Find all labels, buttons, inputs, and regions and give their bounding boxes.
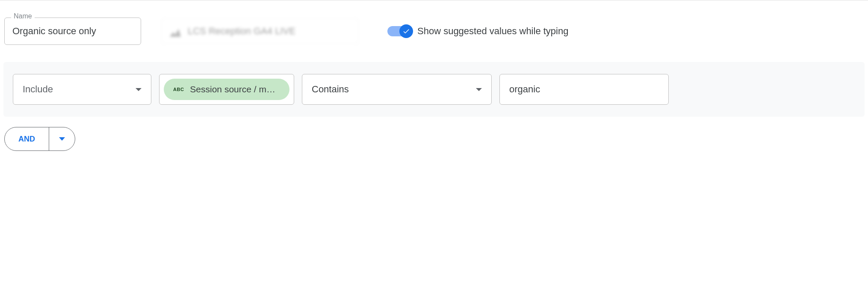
and-dropdown-button[interactable] xyxy=(49,127,75,150)
match-type-value: Contains xyxy=(312,84,349,95)
chevron-down-icon xyxy=(476,88,482,91)
dimension-chip: ABC Session source / medi… xyxy=(164,79,289,100)
dimension-select[interactable]: ABC Session source / medi… xyxy=(159,74,294,105)
name-field: Name xyxy=(4,18,141,45)
check-icon xyxy=(402,27,410,35)
match-type-select[interactable]: Contains xyxy=(302,74,492,105)
include-exclude-select[interactable]: Include xyxy=(13,74,151,105)
and-button-group: AND xyxy=(4,127,75,151)
chevron-down-icon xyxy=(136,88,142,91)
logic-operator-row: AND xyxy=(0,117,868,161)
name-input[interactable] xyxy=(4,18,141,45)
filter-value-input[interactable]: organic xyxy=(499,74,669,105)
property-selector[interactable]: LCS Reception GA4 LIVE xyxy=(162,18,358,44)
chevron-down-icon xyxy=(59,137,65,141)
suggest-values-toggle-wrapper: Show suggested values while typing xyxy=(387,26,568,37)
abc-icon: ABC xyxy=(173,87,184,92)
filter-condition-row: Include ABC Session source / medi… Conta… xyxy=(3,62,865,117)
name-field-label: Name xyxy=(11,12,35,20)
filter-value-text: organic xyxy=(509,84,540,95)
property-name-blurred: LCS Reception GA4 LIVE xyxy=(188,26,295,37)
include-exclude-value: Include xyxy=(23,84,53,95)
and-button[interactable]: AND xyxy=(5,127,49,150)
dimension-chip-label: Session source / medi… xyxy=(190,84,280,94)
analytics-icon xyxy=(170,26,181,37)
suggest-values-toggle[interactable] xyxy=(387,26,411,36)
toggle-knob xyxy=(399,24,413,38)
suggest-values-label: Show suggested values while typing xyxy=(417,26,568,37)
